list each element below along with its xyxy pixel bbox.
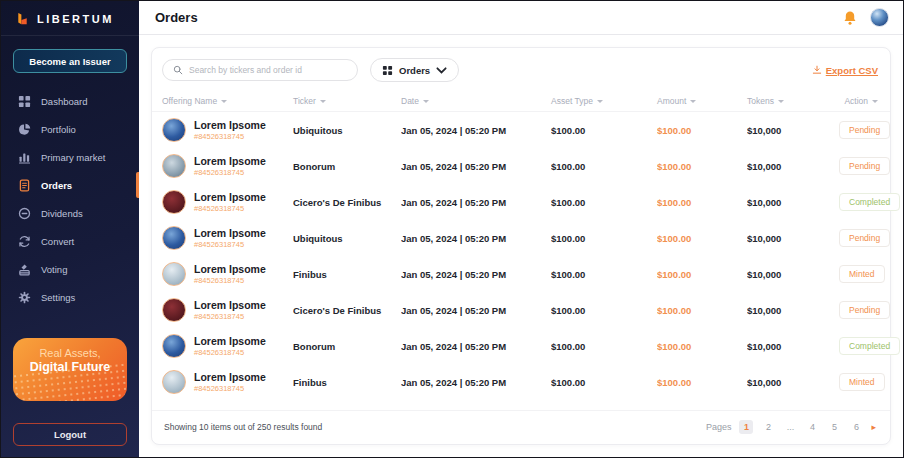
status-badge[interactable]: Pending: [839, 229, 890, 247]
status-badge[interactable]: Completed: [839, 193, 900, 211]
sidebar-item-label: Voting: [41, 264, 67, 275]
status-badge[interactable]: Pending: [839, 121, 890, 139]
portfolio-icon: [18, 123, 31, 136]
tokens-cell: $10,000: [747, 197, 839, 208]
offering-id: #84526318745: [194, 384, 266, 393]
offering-id: #84526318745: [194, 348, 266, 357]
orders-filter-dropdown[interactable]: Orders: [370, 58, 459, 82]
column-header-action[interactable]: Action: [839, 96, 878, 106]
asset-type-cell: $100.00: [551, 125, 657, 136]
status-badge[interactable]: Completed: [839, 337, 900, 355]
table-row[interactable]: Lorem Ipsome #84526318745 Ubiquitous Jan…: [152, 112, 890, 148]
sidebar-item-dividends[interactable]: Dividends: [1, 199, 139, 227]
offering-avatar: [162, 118, 186, 142]
page-button-1[interactable]: 1: [739, 420, 753, 434]
table-row[interactable]: Lorem Ipsome #84526318745 Bonorum Jan 05…: [152, 328, 890, 364]
asset-type-cell: $100.00: [551, 341, 657, 352]
sidebar-nav: Dashboard Portfolio Primary market Order…: [1, 87, 139, 311]
search-input[interactable]: [189, 65, 347, 75]
promo-banner[interactable]: Real Assets, Digital Future: [13, 338, 127, 401]
orders-card: Orders Export CSV Offering NameTickerDat…: [151, 47, 891, 445]
next-page-arrow[interactable]: ▸: [871, 423, 876, 432]
user-avatar[interactable]: [870, 8, 889, 27]
pages-label: Pages: [706, 422, 732, 432]
sidebar-item-settings[interactable]: Settings: [1, 283, 139, 311]
sidebar-item-label: Dividends: [41, 208, 83, 219]
amount-cell: $100.00: [657, 233, 747, 244]
offering-avatar: [162, 226, 186, 250]
table-row[interactable]: Lorem Ipsome #84526318745 Bonorum Jan 05…: [152, 148, 890, 184]
offering-id: #84526318745: [194, 204, 266, 213]
date-cell: Jan 05, 2024 | 05:20 PM: [401, 233, 551, 244]
page-button-4[interactable]: 4: [805, 420, 819, 434]
table-row[interactable]: Lorem Ipsome #84526318745 Finibus Jan 05…: [152, 256, 890, 292]
sort-caret-icon: [423, 100, 429, 103]
export-csv-link[interactable]: Export CSV: [812, 65, 878, 76]
column-header-asset-type[interactable]: Asset Type: [551, 96, 657, 106]
status-badge[interactable]: Pending: [839, 157, 890, 175]
table-row[interactable]: Lorem Ipsome #84526318745 Finibus Jan 05…: [152, 364, 890, 400]
main-area: Orders: [139, 1, 903, 457]
promo-line2: Digital Future: [30, 360, 111, 374]
offering-name: Lorem Ipsome: [194, 335, 266, 348]
ticker-cell: Bonorum: [293, 341, 401, 352]
dividends-icon: [18, 207, 31, 220]
sidebar-item-dashboard[interactable]: Dashboard: [1, 87, 139, 115]
page-button-2[interactable]: 2: [761, 420, 775, 434]
amount-cell: $100.00: [657, 125, 747, 136]
table-row[interactable]: Lorem Ipsome #84526318745 Ubiquitous Jan…: [152, 220, 890, 256]
logout-button[interactable]: Logout: [13, 423, 127, 446]
offering-id: #84526318745: [194, 276, 266, 285]
page-button-5[interactable]: 5: [827, 420, 841, 434]
date-cell: Jan 05, 2024 | 05:20 PM: [401, 377, 551, 388]
column-label: Ticker: [293, 96, 316, 106]
table-row[interactable]: Lorem Ipsome #84526318745 Cicero's De Fi…: [152, 292, 890, 328]
asset-type-cell: $100.00: [551, 305, 657, 316]
date-cell: Jan 05, 2024 | 05:20 PM: [401, 341, 551, 352]
page-button-6[interactable]: 6: [849, 420, 863, 434]
table-header: Offering NameTickerDateAsset TypeAmountT…: [152, 90, 890, 112]
table-row[interactable]: Lorem Ipsome #84526318745 Cicero's De Fi…: [152, 184, 890, 220]
search-box[interactable]: [162, 59, 358, 81]
sidebar-item-portfolio[interactable]: Portfolio: [1, 115, 139, 143]
column-header-amount[interactable]: Amount: [657, 96, 747, 106]
content-area: Orders Export CSV Offering NameTickerDat…: [139, 35, 903, 457]
search-icon: [173, 65, 183, 75]
sidebar-item-primary-market[interactable]: Primary market: [1, 143, 139, 171]
date-cell: Jan 05, 2024 | 05:20 PM: [401, 305, 551, 316]
column-header-offering-name[interactable]: Offering Name: [162, 96, 293, 106]
column-header-ticker[interactable]: Ticker: [293, 96, 401, 106]
status-badge[interactable]: Pending: [839, 301, 890, 319]
sidebar-item-label: Portfolio: [41, 124, 76, 135]
column-header-date[interactable]: Date: [401, 96, 551, 106]
offering-id: #84526318745: [194, 312, 266, 321]
date-cell: Jan 05, 2024 | 05:20 PM: [401, 125, 551, 136]
sidebar-item-label: Settings: [41, 292, 75, 303]
sidebar-item-voting[interactable]: Voting: [1, 255, 139, 283]
sort-caret-icon: [690, 100, 696, 103]
column-label: Asset Type: [551, 96, 593, 106]
offering-avatar: [162, 262, 186, 286]
column-label: Tokens: [747, 96, 774, 106]
ticker-cell: Bonorum: [293, 161, 401, 172]
column-header-tokens[interactable]: Tokens: [747, 96, 839, 106]
notifications-bell-icon[interactable]: [842, 10, 858, 26]
sidebar-item-convert[interactable]: Convert: [1, 227, 139, 255]
sidebar-item-orders[interactable]: Orders: [1, 171, 139, 199]
sidebar-spacer: [1, 311, 139, 338]
download-icon: [812, 65, 822, 75]
column-label: Amount: [657, 96, 686, 106]
status-badge[interactable]: Minted: [839, 265, 885, 283]
amount-cell: $100.00: [657, 197, 747, 208]
voting-icon: [18, 263, 31, 276]
primary-market-icon: [18, 151, 31, 164]
amount-cell: $100.00: [657, 305, 747, 316]
become-issuer-button[interactable]: Become an Issuer: [13, 49, 127, 73]
promo-line1: Real Assets,: [39, 347, 100, 359]
tokens-cell: $10,000: [747, 233, 839, 244]
ticker-cell: Finibus: [293, 377, 401, 388]
offering-avatar: [162, 298, 186, 322]
status-badge[interactable]: Minted: [839, 373, 885, 391]
top-bar: Orders: [139, 1, 903, 35]
column-label: Date: [401, 96, 419, 106]
